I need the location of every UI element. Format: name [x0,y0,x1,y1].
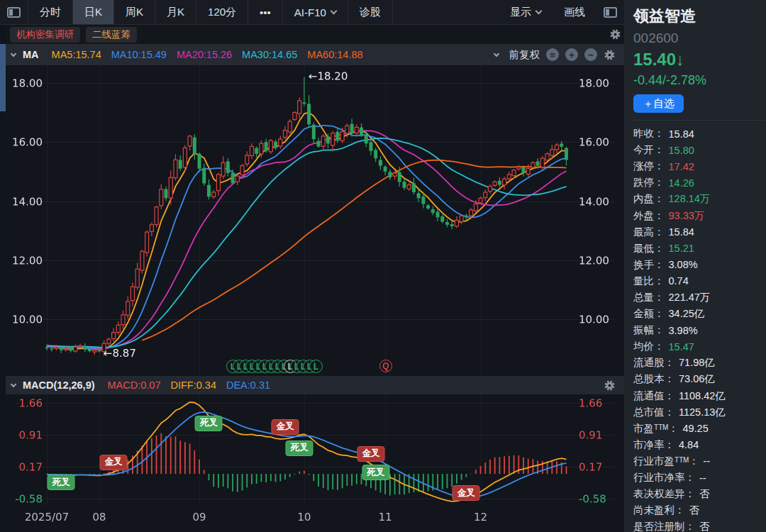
golden-cross-badge: 金叉 [100,455,128,470]
panel-right-icon [604,7,617,18]
golden-cross-badge: 金叉 [453,485,480,501]
ma-row-controls: 前复权 ≡+− [494,48,616,62]
toolbar-item-5[interactable]: ••• [248,0,283,24]
current-price: 15.40↓ [633,50,766,70]
stat-value: 49.25 [682,423,708,434]
ma-title: MA [23,49,39,60]
ma-indicator-row: MA MA5:15.74MA10:15.49MA20:15.26MA30:14.… [6,44,624,65]
stats-list: 昨收：15.84今开：15.80涨停：17.42跌停：14.26内盘：128.1… [633,120,766,532]
gear-icon[interactable] [609,28,621,40]
toolbar-right-item-0[interactable]: 显示 [499,0,553,24]
macd-legend: MACD:0.07DIFF:0.34DEA:0.31 [98,379,271,391]
stat-value: 93.33万 [669,209,705,223]
chevron-down-icon[interactable] [493,50,499,56]
stat-row: 流通值：1108.42亿 [633,388,766,404]
event-marker-cluster[interactable]: LLLLLLLLLLLLLL [226,360,323,374]
zoom-controls: ≡+− [546,48,597,61]
toolbar-item-0[interactable]: 分时 [28,0,73,24]
stat-row: 总量：221.47万 [633,289,766,306]
zoom-in-icon[interactable]: + [565,48,578,61]
q-event-marker[interactable]: Q [379,360,392,372]
candlestick-chart-canvas[interactable] [6,65,624,376]
concept-tag-0[interactable]: 机构密集调研 [10,27,80,43]
stat-value: 1108.42亿 [679,389,726,403]
stat-row: 流通股：71.98亿 [633,355,766,371]
chevron-down-icon [535,8,543,15]
stat-label: 量比： [633,275,665,288]
stat-row: 均价：15.47 [633,338,766,355]
chevron-down-icon[interactable] [11,50,16,56]
stat-row: 外盘：93.33万 [633,207,766,223]
legend-item: MA10:15.49 [111,49,167,60]
stat-row: 市盈ᵀᵀᴹ：49.25 [633,421,766,437]
stat-value: 17.42 [669,161,694,172]
stat-value: 否 [699,487,710,501]
list-icon[interactable]: ≡ [546,48,559,61]
stat-label: 流通股： [633,356,675,370]
legend-item: MA5:15.74 [52,49,101,60]
stat-value: 15.84 [669,226,694,238]
legend-item: DEA:0.31 [226,379,270,391]
stat-row: 金额：34.25亿 [633,306,766,322]
stat-row: 最低：15.21 [633,240,766,257]
stat-value: 0.74 [669,275,689,287]
stat-value: 73.06亿 [679,372,715,386]
stat-row: 内盘：128.14万 [633,191,766,207]
toolbar-right-group: 显示画线 [499,0,596,24]
toolbar-item-label: 月K [167,6,184,19]
zoom-out-icon[interactable]: − [584,48,597,61]
stat-label: 总股本： [633,372,675,386]
stat-value: 34.25亿 [669,307,705,321]
ma-legend: MA5:15.74MA10:15.49MA20:15.26MA30:14.65M… [42,49,363,60]
macd-title: MACD(12,26,9) [23,379,95,391]
chevron-down-icon [330,8,337,15]
macd-chart-canvas[interactable] [6,394,624,532]
toolbar-item-2[interactable]: 周K [114,0,155,24]
stat-label: 涨停： [633,160,665,173]
legend-item: DIFF:0.34 [170,379,216,391]
toolbar-spacer [393,0,499,24]
toolbar-item-4[interactable]: 120分 [196,0,248,24]
gear-icon[interactable] [604,379,616,392]
stat-value: 221.47万 [669,291,711,304]
stat-label: 金额： [633,307,665,321]
stat-label: 换手： [633,258,665,272]
collapse-right-panel-button[interactable] [596,0,624,24]
stat-value: 否 [689,504,700,517]
concept-tag-row: 机构密集调研二线蓝筹 [6,25,624,44]
toolbar-item-7[interactable]: 诊股 [348,0,393,24]
stat-label: 振幅： [633,323,665,337]
legend-item: MA60:14.88 [307,49,362,60]
period-tabs: 分时日K周K月K120分•••AI-F10诊股 [28,0,393,24]
adjust-mode-label[interactable]: 前复权 [509,48,540,62]
stat-value: 4.84 [679,439,699,450]
rail-scroll-indicator[interactable] [0,44,6,111]
quote-sidebar: 领益智造 002600 15.40↓ -0.44/-2.78% ＋自选 昨收：1… [624,0,766,532]
toolbar-item-3[interactable]: 月K [155,0,196,24]
stock-name: 领益智造 [633,6,766,27]
top-toolbar: 分时日K周K月K120分•••AI-F10诊股 显示画线 [0,0,624,25]
death-cross-badge: 死叉 [195,416,223,431]
toolbar-item-6[interactable]: AI-F10 [283,0,348,24]
toolbar-item-label: AI-F10 [294,6,326,18]
toolbar-item-label: 显示 [510,6,531,19]
stat-value: 3.98% [669,325,698,336]
toolbar-item-label: ••• [260,6,271,18]
stat-value: 3.08% [669,259,698,270]
stat-row: 总市值：1125.13亿 [633,404,766,421]
toolbar-item-label: 日K [84,6,102,19]
stat-label: 行业市净率： [633,471,695,484]
stat-row: 昨收：15.84 [633,126,766,142]
l-event-marker[interactable]: L [309,360,323,373]
gear-icon[interactable] [604,49,616,61]
concept-tag-1[interactable]: 二线蓝筹 [86,27,137,43]
stat-label: 市净率： [633,438,675,452]
collapse-left-panel-button[interactable] [0,0,28,24]
chevron-down-icon[interactable] [11,381,16,387]
stock-code: 002600 [633,31,766,46]
add-watchlist-button[interactable]: ＋自选 [633,94,684,113]
toolbar-item-label: 分时 [40,6,61,19]
toolbar-right-item-1[interactable]: 画线 [553,0,596,24]
stat-label: 尚未盈利： [633,504,685,517]
toolbar-item-1[interactable]: 日K [73,0,114,24]
